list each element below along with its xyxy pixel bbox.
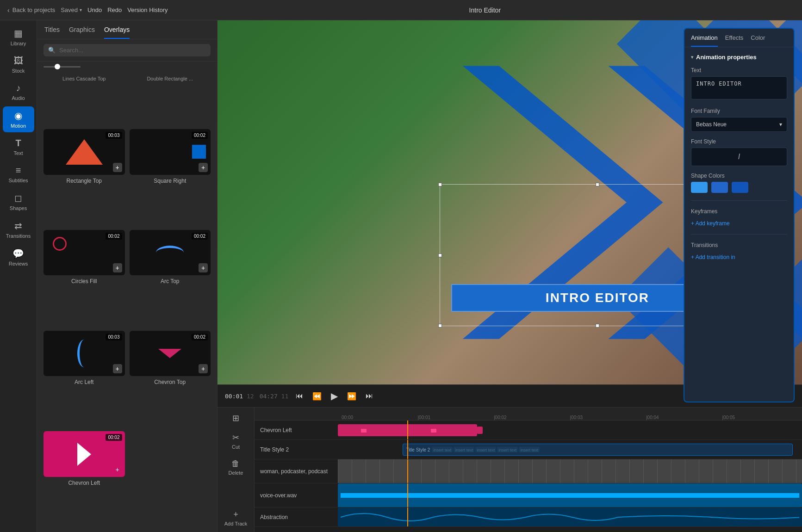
sidebar-item-text[interactable]: T Text [3, 134, 34, 160]
overlay-item-arc-left[interactable]: 00:03 + Arc Left [44, 331, 125, 427]
skip-to-start-button[interactable]: ⏮ [294, 390, 305, 402]
add-keyframe-button[interactable]: + Add keyframe [691, 220, 787, 227]
ruler-mark-1: |00:01 [418, 415, 494, 420]
handle-ml[interactable] [438, 254, 442, 257]
track-content-audio[interactable] [338, 483, 802, 507]
overlay-item-double-rect-label[interactable]: Double Rectangle ... [130, 74, 211, 124]
overlay-item-circles[interactable]: 00:02 + Circles Fill [44, 230, 125, 326]
audio-label: Audio [12, 95, 25, 101]
clip-title-label: Title Style 2 [406, 447, 430, 452]
saved-status: Saved ▾ [61, 6, 82, 13]
handle-bl[interactable] [438, 324, 442, 328]
clip-chevron-main[interactable] [338, 424, 477, 436]
overlay-add-button2[interactable]: + [199, 163, 208, 172]
ruler-mark-3: |00:03 [570, 415, 647, 420]
font-family-select[interactable]: Bebas Neue ▾ [691, 117, 787, 132]
add-track-icon: + [233, 510, 238, 520]
color-swatch-3[interactable] [732, 182, 748, 193]
track-content-title[interactable]: Title Style 2 insert text insert text in… [338, 440, 802, 459]
expand-button[interactable]: ⊞ [230, 411, 241, 425]
step-forward-button[interactable]: ⏩ [345, 390, 358, 402]
overlay-item-lines-cascade[interactable]: Lines Cascade Top [44, 74, 125, 124]
text-label: Text [13, 150, 23, 156]
overlay-thumb-chevron-top: 00:02 + [130, 331, 211, 377]
font-family-value: Bebas Neue [696, 121, 727, 128]
clip-audio-main[interactable] [338, 483, 802, 507]
track-content-chevron[interactable] [338, 421, 802, 439]
delete-button[interactable]: 🗑 Delete [227, 457, 245, 477]
overlay-item-chevron-left[interactable]: 00:02 + Chevron Left [44, 431, 125, 527]
text-input[interactable]: INTRO EDITOR [691, 76, 787, 99]
overlay-add-button[interactable]: + [113, 163, 122, 172]
sidebar-item-subtitles[interactable]: ≡ Subtitles [3, 161, 34, 187]
handle-bc[interactable] [596, 324, 599, 328]
right-tab-effects[interactable]: Effects [725, 34, 744, 47]
cut-button[interactable]: ✂ Cut [230, 431, 242, 452]
overlay-add-button4[interactable]: + [199, 263, 208, 272]
sidebar-item-shapes[interactable]: ◻ Shapes [3, 189, 34, 215]
overlay-item-rectangle-top[interactable]: 00:03 + Rectangle Top [44, 129, 125, 225]
sidebar-item-transitions[interactable]: ⇄ Transitions [3, 217, 34, 242]
track-content-music[interactable] [338, 507, 802, 526]
add-transition-button[interactable]: + Add transition in [691, 254, 787, 260]
undo-button[interactable]: Undo [87, 6, 102, 13]
tab-titles[interactable]: Titles [44, 26, 60, 39]
overlay-add-button7[interactable]: + [113, 465, 122, 474]
handle-tc[interactable] [596, 183, 599, 186]
overlay-item-square-right[interactable]: 00:02 + Square Right [130, 129, 211, 225]
ruler-mark-2: |00:02 [494, 415, 570, 420]
overlay-item-arc-top[interactable]: 00:02 + Arc Top [130, 230, 211, 326]
track-video: woman, podcaster, podcast [255, 459, 802, 483]
font-style-box[interactable]: I [691, 148, 787, 166]
back-button[interactable]: ‹ Back to projects [7, 6, 55, 14]
keyframes-label: Keyframes [691, 208, 787, 215]
ruler-mark-0: 00:00 [342, 415, 418, 420]
right-panel: Animation Effects Color ▾ Animation prop… [684, 28, 795, 402]
color-swatch-2[interactable] [711, 182, 728, 193]
overlay-name5: Arc Left [75, 379, 93, 385]
clip-title-main[interactable]: Title Style 2 insert text insert text in… [403, 444, 793, 456]
sidebar-item-reviews[interactable]: 💬 Reviews [3, 244, 34, 270]
step-back-button[interactable]: ⏪ [311, 390, 323, 402]
track-label-music: Abstraction [255, 514, 338, 520]
overlay-thumb-chevron-left: 00:02 + [44, 431, 125, 477]
overlay-add-button5[interactable]: + [113, 364, 122, 373]
color-swatch-1[interactable] [691, 182, 708, 193]
overlay-add-button3[interactable]: + [113, 263, 122, 272]
sidebar-item-stock[interactable]: 🖼 Stock [3, 52, 34, 77]
overlay-grid: Lines Cascade Top Double Rectangle ... 0… [37, 69, 217, 532]
handle-tl[interactable] [438, 183, 442, 186]
overlay-thumb-rectangle-top: 00:03 + [44, 129, 125, 175]
clip-music-main[interactable] [338, 507, 802, 526]
redo-button[interactable]: Redo [107, 6, 122, 13]
overlay-section-label: Lines Cascade Top [62, 74, 106, 83]
overlay-add-button6[interactable]: + [199, 364, 208, 373]
search-input[interactable] [59, 47, 206, 54]
current-time: 00:01 12 [225, 393, 254, 400]
add-track-button[interactable]: + Add Track [223, 508, 249, 528]
right-tab-color[interactable]: Color [751, 34, 765, 47]
sidebar-item-motion[interactable]: ◉ Motion [3, 106, 34, 132]
track-label-title: Title Style 2 [255, 446, 338, 453]
tab-overlays[interactable]: Overlays [104, 26, 130, 39]
tab-graphics[interactable]: Graphics [69, 26, 95, 39]
timeline-content: 00:00 |00:01 |00:02 |00:03 |00:04 [255, 408, 802, 532]
right-tab-animation[interactable]: Animation [691, 34, 718, 47]
chevron-top-shape [158, 349, 181, 358]
volume-thumb[interactable] [55, 64, 60, 69]
play-button[interactable]: ▶ [329, 389, 340, 403]
volume-slider[interactable] [44, 66, 81, 68]
collapse-icon[interactable]: ▾ [691, 55, 693, 60]
expand-icon: ⊞ [232, 413, 239, 423]
clip-video-main[interactable] [338, 459, 802, 483]
shape-colors-section: Shape Colors [691, 173, 787, 193]
waveform [341, 483, 799, 507]
back-label: Back to projects [12, 6, 56, 13]
overlay-item-chevron-top[interactable]: 00:02 + Chevron Top [130, 331, 211, 427]
sidebar-item-audio[interactable]: ♪ Audio [3, 79, 34, 105]
delete-icon: 🗑 [231, 459, 240, 469]
sidebar-item-library[interactable]: ▦ Library [3, 24, 34, 50]
version-history-button[interactable]: Version History [127, 6, 168, 13]
track-content-video[interactable] [338, 459, 802, 483]
skip-to-end-button[interactable]: ⏭ [364, 390, 375, 402]
